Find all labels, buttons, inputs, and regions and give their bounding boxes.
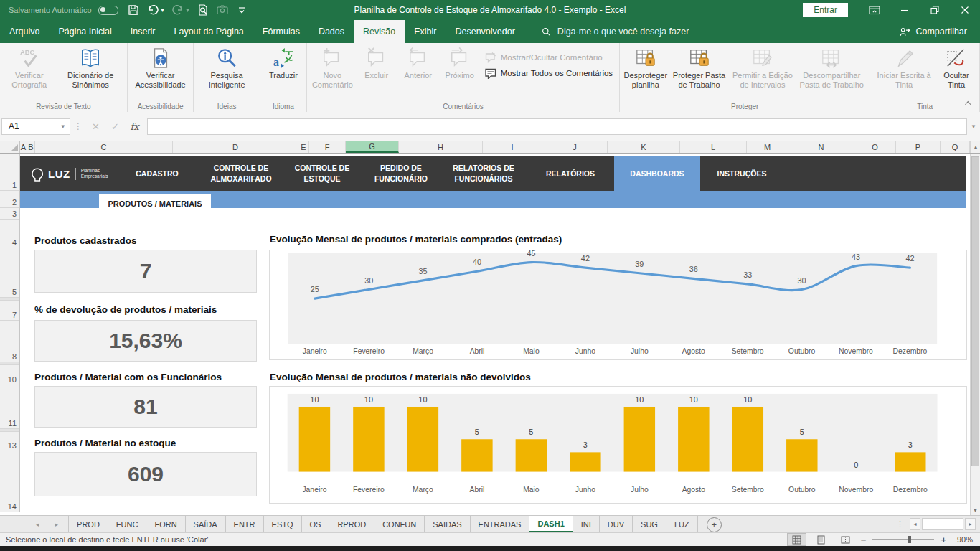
vertical-scroll-up-icon[interactable]: ▴ bbox=[970, 141, 980, 153]
mostrar-todos-os-comentarios-button[interactable]: Mostrar Todos os Comentários bbox=[485, 67, 613, 79]
sheet-tab-entradas[interactable]: ENTRADAS bbox=[471, 516, 530, 532]
permitir-a-edicao-de-intervalos-button[interactable]: Permitir a Edição de Intervalos bbox=[730, 46, 796, 91]
column-header-e[interactable]: E bbox=[298, 141, 309, 153]
horizontal-scroll-left-icon[interactable]: ◂ bbox=[910, 518, 920, 530]
sheet-tab-func[interactable]: FUNC bbox=[108, 516, 147, 532]
customize-qat-icon[interactable] bbox=[236, 4, 248, 16]
new-sheet-icon[interactable]: + bbox=[707, 517, 722, 532]
tab-formulas[interactable]: Fórmulas bbox=[253, 20, 309, 43]
sheet-tab-saidas[interactable]: SAIDAS bbox=[425, 516, 470, 532]
sheet-tab-ini[interactable]: INI bbox=[573, 516, 600, 532]
proximo-button[interactable]: Próximo bbox=[439, 46, 481, 82]
expand-formula-bar-icon[interactable]: ▾ bbox=[967, 123, 980, 130]
verificar-acessibilidade-button[interactable]: Verificar Acessibilidade bbox=[130, 46, 192, 91]
autosave-toggle[interactable] bbox=[98, 6, 118, 15]
nav-item-dashboards[interactable]: DASHBOARDS bbox=[614, 156, 700, 191]
anterior-button[interactable]: Anterior bbox=[397, 46, 439, 82]
vertical-scroll-down-icon[interactable]: ▾ bbox=[971, 507, 980, 514]
restore-icon[interactable] bbox=[920, 0, 950, 20]
column-header-m[interactable]: M bbox=[747, 141, 788, 153]
tab-dados[interactable]: Dados bbox=[309, 20, 354, 43]
nav-item-cadastro[interactable]: CADASTRO bbox=[115, 156, 199, 191]
collapse-ribbon-icon[interactable] bbox=[963, 100, 974, 108]
column-header-j[interactable]: J bbox=[542, 141, 608, 153]
insert-function-icon[interactable]: fx bbox=[125, 121, 144, 132]
proteger-pasta-de-trabalho-button[interactable]: Proteger Pasta de Trabalho bbox=[669, 46, 730, 91]
sheet-tab-entr[interactable]: ENTR bbox=[226, 516, 264, 532]
chart-bar[interactable]: 101010553101010503JaneiroFevereiroMarçoA… bbox=[269, 386, 967, 504]
tell-me-search[interactable]: Diga-me o que você deseja fazer bbox=[542, 20, 689, 43]
tab-pagina-inicial[interactable]: Página Inicial bbox=[49, 20, 121, 43]
tab-split-handle[interactable]: ⋮ bbox=[896, 519, 904, 529]
sheet-tab-prod[interactable]: PROD bbox=[68, 516, 108, 532]
row-header-4[interactable]: 4 bbox=[0, 220, 19, 248]
sheet-tab-luz[interactable]: LUZ bbox=[666, 516, 698, 532]
column-header-g[interactable]: G bbox=[346, 141, 399, 153]
tab-exibir[interactable]: Exibir bbox=[405, 20, 446, 43]
column-header-k[interactable]: K bbox=[608, 141, 680, 153]
desproteger-planilha-button[interactable]: Desproteger planilha bbox=[622, 46, 669, 91]
column-header-a[interactable]: A bbox=[20, 141, 27, 153]
dicionario-de-sinonimos-button[interactable]: Dicionário de Sinônimos bbox=[57, 46, 125, 91]
descompartilhar-pasta-de-trabalho-button[interactable]: Descompartilhar Pasta de Trabalho bbox=[796, 46, 867, 91]
row-header-7[interactable]: 7 bbox=[0, 301, 19, 321]
sheet-tab-forn[interactable]: FORN bbox=[146, 516, 185, 532]
sheet-tab-sug[interactable]: SUG bbox=[633, 516, 666, 532]
sheet-tab-rprod[interactable]: RPROD bbox=[329, 516, 374, 532]
row-header-8[interactable]: 8 bbox=[0, 321, 19, 362]
undo-caret-icon[interactable]: ▾ bbox=[161, 7, 164, 14]
redo-caret-icon[interactable]: ▾ bbox=[187, 7, 189, 14]
tab-layout-da-pagina[interactable]: Layout da Página bbox=[164, 20, 253, 43]
vertical-scrollbar-thumb[interactable] bbox=[971, 156, 979, 466]
share-button[interactable]: Compartilhar bbox=[900, 20, 980, 43]
column-header-d[interactable]: D bbox=[173, 141, 298, 153]
horizontal-scrollbar-thumb[interactable] bbox=[922, 518, 963, 530]
tab-inserir[interactable]: Inserir bbox=[121, 20, 165, 43]
zoom-slider[interactable] bbox=[872, 539, 934, 540]
camera-icon[interactable] bbox=[217, 4, 228, 16]
print-preview-icon[interactable] bbox=[197, 4, 209, 16]
zoom-level[interactable]: 90% bbox=[953, 535, 973, 544]
nav-item-pedido-de-funcionario[interactable]: PEDIDO DE FUNCIONÁRIO bbox=[362, 156, 440, 191]
sheet-tab-dash1[interactable]: DASH1 bbox=[529, 516, 573, 532]
redo-icon[interactable] bbox=[172, 4, 184, 16]
select-all-corner[interactable] bbox=[0, 141, 20, 153]
column-header-p[interactable]: P bbox=[896, 141, 941, 153]
excluir-button[interactable]: Excluir bbox=[356, 46, 397, 82]
novo-comentario-button[interactable]: Novo Comentário bbox=[309, 46, 356, 91]
column-header-q[interactable]: Q bbox=[941, 141, 970, 153]
save-icon[interactable] bbox=[128, 4, 139, 16]
column-header-l[interactable]: L bbox=[680, 141, 747, 153]
name-box[interactable]: A1 ▾ bbox=[1, 118, 70, 135]
verificar-ortografia-button[interactable]: ABCVerificar Ortografia bbox=[2, 46, 57, 91]
horizontal-scrollbar[interactable]: ⋮ ◂ ▸ bbox=[896, 516, 980, 532]
subtab-produtos-materiais[interactable]: PRODUTOS / MATERIAIS bbox=[99, 194, 211, 213]
tab-arquivo[interactable]: Arquivo bbox=[0, 20, 49, 43]
sign-in-button[interactable]: Entrar bbox=[803, 3, 848, 17]
nav-item-controle-de-estoque[interactable]: CONTROLE DE ESTOQUE bbox=[283, 156, 362, 191]
column-header-o[interactable]: O bbox=[854, 141, 896, 153]
sheet-tab-confun[interactable]: CONFUN bbox=[374, 516, 425, 532]
cancel-entry-icon[interactable]: ✕ bbox=[86, 121, 105, 132]
sheet-tab-os[interactable]: OS bbox=[302, 516, 330, 532]
column-header-h[interactable]: H bbox=[399, 141, 483, 153]
nav-item-instrucoes[interactable]: INSTRUÇÕES bbox=[700, 156, 783, 191]
column-header-i[interactable]: I bbox=[483, 141, 542, 153]
row-header-3[interactable]: 3 bbox=[0, 208, 19, 220]
formula-input[interactable] bbox=[147, 118, 967, 135]
vertical-scrollbar[interactable]: ▾ bbox=[970, 154, 980, 515]
tab-revisao[interactable]: Revisão bbox=[354, 20, 405, 43]
mostrar-ocultar-comentario-button[interactable]: Mostrar/Ocultar Comentário bbox=[485, 52, 613, 63]
page-break-view-icon[interactable] bbox=[837, 534, 854, 545]
confirm-entry-icon[interactable]: ✓ bbox=[105, 121, 125, 132]
column-header-c[interactable]: C bbox=[35, 141, 173, 153]
minimize-icon[interactable] bbox=[890, 0, 920, 20]
nav-item-controle-de-almoxarifado[interactable]: CONTROLE DE ALMOXARIFADO bbox=[199, 156, 283, 191]
sheet-scroll-right-icon[interactable]: ▸ bbox=[55, 521, 59, 528]
traduzir-button[interactable]: aTraduzir bbox=[263, 46, 304, 82]
row-header-11[interactable]: 11 bbox=[0, 385, 19, 429]
nav-item-relatorios[interactable]: RELATÓRIOS bbox=[527, 156, 614, 191]
row-header-13[interactable]: 13 bbox=[0, 432, 19, 451]
sheet-tab-duv[interactable]: DUV bbox=[600, 516, 633, 532]
column-header-n[interactable]: N bbox=[788, 141, 854, 153]
